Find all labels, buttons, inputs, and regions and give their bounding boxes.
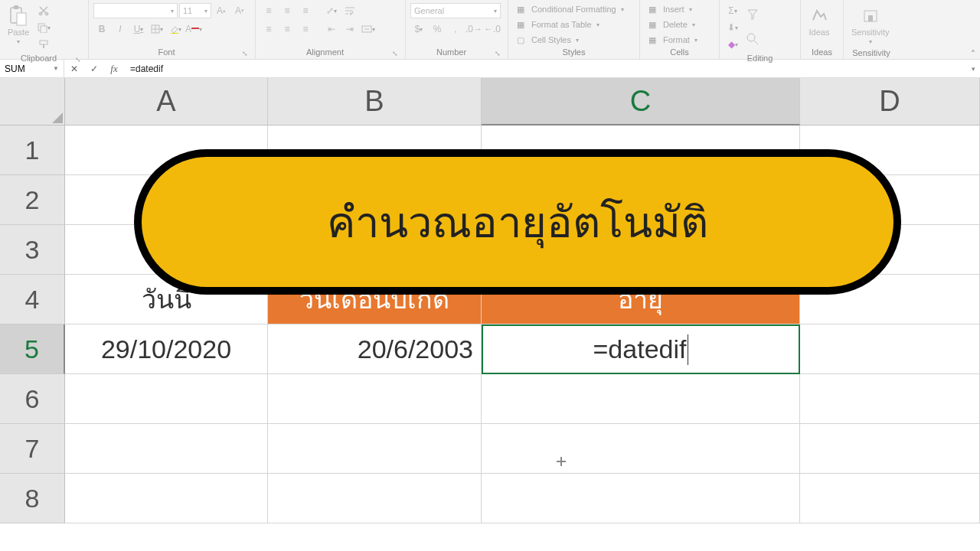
svg-rect-9	[171, 33, 178, 34]
column-header-D[interactable]: D	[800, 78, 980, 126]
caret-icon: ▾	[17, 38, 20, 45]
svg-point-11	[747, 34, 755, 41]
cell-C8[interactable]	[482, 474, 800, 523]
cell-B8[interactable]	[268, 474, 482, 523]
row-header-4[interactable]: 4	[0, 275, 65, 324]
format-button[interactable]: ▦Format▾	[645, 34, 699, 46]
cell-C6[interactable]	[482, 374, 800, 424]
align-right-button[interactable]: ≡	[297, 21, 314, 37]
font-color-button[interactable]: A▾	[185, 21, 202, 37]
group-clipboard: Paste ▾ ▾ Clipboard⤡	[0, 0, 89, 59]
collapse-ribbon-button[interactable]: ˄	[971, 49, 975, 60]
insert-function-button[interactable]: fx	[104, 60, 124, 77]
ideas-button[interactable]: Ideas	[805, 3, 833, 38]
column-header-B[interactable]: B	[268, 78, 482, 126]
cell-A7[interactable]	[65, 424, 268, 474]
enter-formula-button[interactable]: ✓	[84, 60, 104, 77]
dialog-launcher-icon[interactable]: ⤡	[492, 50, 503, 59]
svg-rect-2	[17, 13, 26, 25]
increase-font-button[interactable]: A▴	[213, 3, 230, 18]
copy-button[interactable]: ▾	[35, 20, 52, 35]
row-header-8[interactable]: 8	[0, 474, 65, 523]
row-header-6[interactable]: 6	[0, 374, 65, 424]
orientation-button[interactable]: ⤢▾	[323, 3, 340, 18]
decrease-indent-button[interactable]: ⇤	[323, 21, 340, 37]
sensitivity-button[interactable]: Sensitivity▾	[848, 3, 893, 47]
column-header-A[interactable]: A	[65, 78, 268, 126]
align-center-button[interactable]: ≡	[279, 21, 296, 37]
fill-button[interactable]: ⬇▾	[724, 20, 741, 35]
cell-A8[interactable]	[65, 474, 268, 523]
italic-button[interactable]: I	[112, 21, 129, 37]
cell-D6[interactable]	[800, 374, 980, 424]
font-size-combo[interactable]: 11▾	[179, 3, 211, 18]
align-bottom-button[interactable]: ≡	[297, 3, 314, 18]
bold-button[interactable]: B	[93, 21, 110, 37]
cell-icon: ▢	[514, 34, 527, 45]
cancel-formula-button[interactable]: ✕	[64, 60, 84, 77]
cut-button[interactable]	[35, 3, 52, 18]
cell-D7[interactable]	[800, 424, 980, 474]
name-box[interactable]: SUM▼	[0, 60, 64, 77]
row-headers: 12345678	[0, 126, 65, 523]
autosum-button[interactable]: Σ▾	[724, 3, 741, 18]
accounting-format-button[interactable]: $▾	[410, 21, 427, 37]
cell-C5[interactable]: =datedif	[482, 324, 800, 374]
align-middle-button[interactable]: ≡	[279, 3, 296, 18]
expand-formula-button[interactable]: ▾	[966, 60, 980, 77]
comma-button[interactable]: ,	[447, 21, 464, 37]
paste-button[interactable]: Paste ▾	[5, 3, 32, 47]
cell-B7[interactable]	[268, 424, 482, 474]
cell-C7[interactable]	[482, 424, 800, 474]
delete-button[interactable]: ▦Delete▾	[645, 18, 697, 31]
decrease-decimal-button[interactable]: ←.0	[484, 21, 501, 37]
insert-button[interactable]: ▦Insert▾	[645, 3, 694, 15]
insert-icon: ▦	[646, 4, 658, 15]
cell-A6[interactable]	[65, 374, 268, 424]
group-number: General▾ $▾ % , .0→ ←.0 Number⤡	[406, 0, 508, 59]
grid-icon: ▦	[514, 4, 527, 15]
title-shape[interactable]: คำนวณอายุอัตโนมัติ	[134, 149, 901, 295]
cell-styles-button[interactable]: ▢Cell Styles▾	[513, 34, 580, 46]
format-painter-button[interactable]	[35, 37, 52, 52]
align-left-button[interactable]: ≡	[260, 21, 277, 37]
row-header-2[interactable]: 2	[0, 175, 65, 225]
underline-button[interactable]: U▾	[130, 21, 147, 37]
number-format-combo[interactable]: General▾	[410, 3, 501, 18]
decrease-font-button[interactable]: A▾	[231, 3, 248, 18]
row-header-5[interactable]: 5	[0, 324, 65, 374]
sensitivity-icon	[860, 5, 881, 26]
ideas-icon	[808, 5, 830, 26]
select-all-corner[interactable]	[0, 78, 65, 126]
find-select-button[interactable]	[744, 28, 761, 51]
row-header-1[interactable]: 1	[0, 126, 65, 175]
number-label: Number	[410, 46, 492, 59]
cell-D8[interactable]	[800, 474, 980, 523]
cell-A5[interactable]: 29/10/2020	[65, 324, 268, 374]
ideas-label: Ideas	[805, 46, 838, 59]
merge-button[interactable]: ▾	[360, 21, 377, 37]
row-header-7[interactable]: 7	[0, 424, 65, 474]
format-as-table-button[interactable]: ▦Format as Table▾	[513, 18, 601, 31]
conditional-formatting-button[interactable]: ▦Conditional Formatting▾	[513, 3, 626, 15]
cell-D5[interactable]	[800, 324, 980, 374]
cell-B6[interactable]	[268, 374, 482, 424]
clear-button[interactable]: ◆▾	[724, 37, 741, 52]
formula-input[interactable]: =datedif	[124, 60, 966, 77]
row-header-3[interactable]: 3	[0, 225, 65, 275]
dialog-launcher-icon[interactable]: ⤡	[240, 50, 250, 59]
column-header-C[interactable]: C	[482, 78, 800, 126]
borders-button[interactable]: ▾	[149, 21, 165, 37]
sort-filter-button[interactable]	[744, 3, 761, 26]
wrap-text-button[interactable]	[341, 3, 358, 18]
chevron-down-icon: ▼	[53, 65, 59, 72]
font-name-combo[interactable]: ▾	[93, 3, 178, 18]
cell-B5[interactable]: 20/6/2003	[268, 324, 482, 374]
align-top-button[interactable]: ≡	[260, 3, 277, 18]
increase-decimal-button[interactable]: .0→	[466, 21, 482, 37]
svg-rect-7	[40, 41, 47, 44]
dialog-launcher-icon[interactable]: ⤡	[390, 50, 400, 59]
percent-button[interactable]: %	[429, 21, 446, 37]
increase-indent-button[interactable]: ⇥	[341, 21, 358, 37]
fill-color-button[interactable]: ▾	[167, 21, 184, 37]
